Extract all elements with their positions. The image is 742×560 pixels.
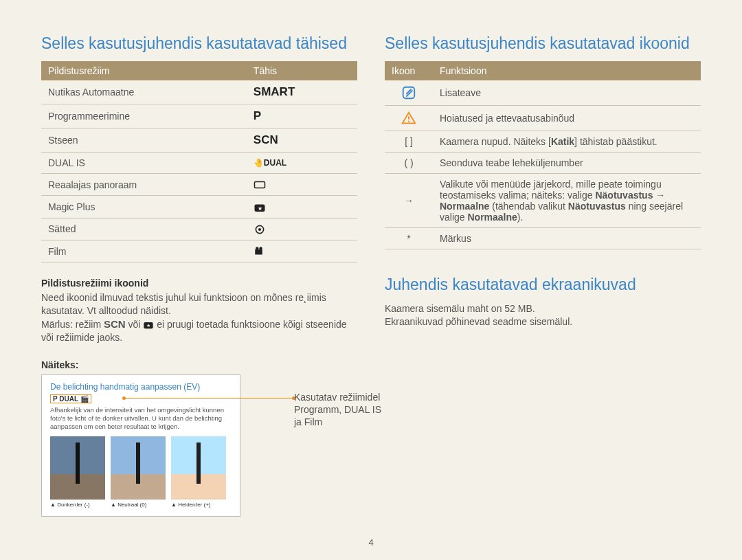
svg-point-7 <box>259 247 262 250</box>
example-desc: Afhankelijk van de intensiteit van het o… <box>50 406 232 431</box>
brackets-icon: [ ] <box>385 131 433 153</box>
th-icon: Ikoon <box>385 61 433 80</box>
modes-table: Pildistusrežiim Tähis Nutikas Automaatne… <box>41 61 357 262</box>
svg-point-6 <box>256 247 259 250</box>
svg-point-12 <box>408 120 409 122</box>
page-number: 4 <box>0 537 742 548</box>
callout-line <box>124 398 294 399</box>
svg-text:★: ★ <box>257 205 262 211</box>
star-icon: ★ <box>247 196 357 218</box>
parens-icon: ( ) <box>385 153 433 174</box>
example-label: Näiteks: <box>41 359 357 370</box>
mode-icons-text1: Need ikoonid ilmuvad tekstis juhul kui f… <box>41 291 357 317</box>
right-heading1: Selles kasutusjuhendis kasutatavad ikoon… <box>385 34 701 53</box>
warning-icon <box>385 106 433 131</box>
thumb-brighter <box>171 436 226 500</box>
subhead-mode-icons: Pildistusrežiimi ikoonid <box>41 278 357 289</box>
right-heading2: Juhendis kasutatavad ekraanikuvad <box>385 276 701 294</box>
asterisk-icon: * <box>385 228 433 249</box>
left-column: Selles kasutusjuhendis kasutatavad tähis… <box>41 34 357 517</box>
left-heading: Selles kasutusjuhendis kasutatavad tähis… <box>41 34 357 53</box>
svg-point-4 <box>258 228 261 231</box>
callout-text: Kasutatav režiimidel Programm, DUAL IS j… <box>294 391 383 429</box>
svg-rect-10 <box>403 87 415 99</box>
info-icon <box>385 80 433 106</box>
th-mode: Pildistusrežiim <box>41 61 247 80</box>
gear-icon <box>247 218 357 240</box>
film-icon <box>247 240 357 262</box>
example-mode-chip: P DUAL 🎬 <box>50 394 91 403</box>
right-column: Selles kasutusjuhendis kasutatavad ikoon… <box>385 34 701 517</box>
func-arrow: Valikute või menüüde järjekord, mille pe… <box>433 174 701 228</box>
icons-table: Ikoon Funktsioon Lisateave Hoiatused ja … <box>385 61 701 249</box>
right-text1: Kaamera sisemälu maht on 52 MB. <box>385 302 701 315</box>
svg-rect-0 <box>254 182 265 188</box>
arrow-icon: → <box>385 174 433 228</box>
th-sym: Tähis <box>247 61 357 80</box>
example-box: De belichting handmatig aanpassen (EV) P… <box>41 374 240 517</box>
right-text2: Ekraanikuvad põhinevad seadme sisemälul. <box>385 315 701 328</box>
th-func: Funktsioon <box>433 61 701 80</box>
panorama-icon <box>247 174 357 196</box>
thumb-darker <box>50 436 105 500</box>
func-brackets: Kaamera nupud. Näiteks [Katik] tähistab … <box>433 131 701 153</box>
svg-rect-5 <box>255 249 262 255</box>
svg-text:★: ★ <box>146 324 150 328</box>
mode-icons-text2: Märlus: režiim SCN või ★ ei pruugi toeta… <box>41 317 357 344</box>
example-title: De belichting handmatig aanpassen (EV) <box>50 382 232 392</box>
thumb-neutral <box>111 436 166 500</box>
